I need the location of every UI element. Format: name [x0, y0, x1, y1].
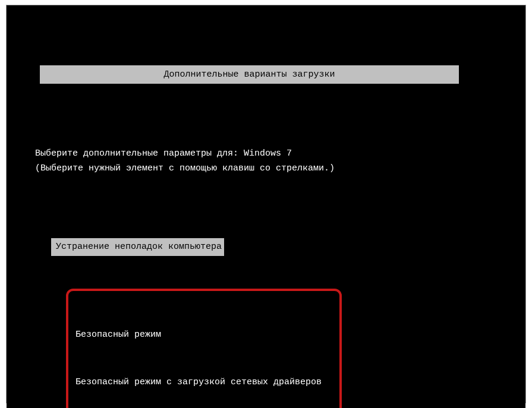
selected-menu-wrapper: Устранение неполадок компьютера — [35, 238, 502, 256]
boot-menu-frame: Дополнительные варианты загрузки Выберит… — [6, 5, 526, 403]
header-block: Выберите дополнительные параметры для: W… — [35, 146, 502, 176]
title-bar: Дополнительные варианты загрузки — [40, 65, 459, 84]
boot-menu-screen: Дополнительные варианты загрузки Выберит… — [7, 5, 525, 408]
highlight-annotation-box: Безопасный режим Безопасный режим с загр… — [66, 289, 342, 409]
nav-hint: (Выберите нужный элемент с помощью клави… — [35, 163, 335, 173]
title-text: Дополнительные варианты загрузки — [163, 69, 335, 80]
os-name: Windows 7 — [244, 148, 292, 159]
menu-item-safe-mode-network[interactable]: Безопасный режим с загрузкой сетевых дра… — [75, 374, 322, 391]
menu-item-repair[interactable]: Устранение неполадок компьютера — [51, 238, 224, 256]
prompt-prefix: Выберите дополнительные параметры для: — [35, 148, 238, 159]
menu-item-safe-mode[interactable]: Безопасный режим — [75, 326, 322, 344]
menu-item-repair-label: Устранение неполадок компьютера — [56, 242, 222, 252]
